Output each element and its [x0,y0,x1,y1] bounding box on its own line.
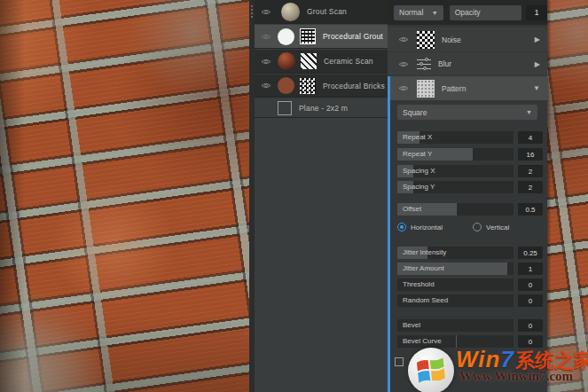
layer-color-swatch [278,28,294,45]
layer-row-plane[interactable]: Plane - 2x2 m [255,98,388,118]
slider-row-threshold: Threshold 0 [388,278,547,291]
slider-row-spacing-x: Spacing X 2 [388,165,547,177]
blend-mode-value: Normal [399,8,423,17]
filter-row-noise[interactable]: Noise ▶ [388,27,547,51]
slider-row-random-seed: Random Seed 0 [388,294,547,307]
material-sphere-thumbnail [281,3,300,21]
chevron-down-icon: ▼ [526,109,532,115]
bevel-curve-value[interactable]: 0 [518,335,543,348]
pattern-thumbnail [417,80,435,98]
bevel-slider[interactable]: Bevel [397,319,514,332]
layer-color-swatch [278,77,294,94]
properties-panel: Normal ▼ Opacity 1 Noise ▶ [388,0,547,392]
bevel-value[interactable]: 0 [518,319,543,332]
jitter-intensity-slider[interactable]: Jitter Intensity [397,247,514,259]
random-seed-value[interactable]: 0 [518,294,543,307]
jitter-amount-value[interactable]: 1 [518,263,543,275]
option-checkbox-row [395,357,404,366]
material-sphere-thumbnail [278,52,295,70]
vertical-label: Vertical [486,223,509,231]
layer-label: Ceramic Scan [324,57,373,66]
viewport-3d-right[interactable] [547,0,588,392]
pattern-thumbnail [301,53,317,69]
spacing-y-value[interactable]: 2 [518,181,543,193]
repeat-y-value[interactable]: 16 [518,148,543,161]
pattern-thumbnail [300,28,316,44]
layer-row-ceramic-scan[interactable]: Ceramic Scan [255,50,388,74]
repeat-y-slider[interactable]: Repeat Y [397,148,514,161]
pattern-shape-dropdown[interactable]: Square ▼ [397,105,537,120]
repeat-x-value[interactable]: 4 [518,131,543,144]
opacity-value-field[interactable]: 1 [526,5,547,20]
offset-slider[interactable]: Offset [397,203,514,216]
spacing-y-slider[interactable]: Spacing Y [397,181,514,193]
chevron-down-icon[interactable]: ▼ [533,84,540,92]
opacity-label: Opacity [455,8,481,17]
horizontal-label: Horizontal [411,223,443,231]
slider-center-notch [456,335,457,348]
app-window: Grout Scan Procedural Grout Ceramic [0,0,588,392]
threshold-value[interactable]: 0 [518,278,543,291]
visibility-eye-icon[interactable] [258,8,274,16]
horizontal-radio[interactable] [397,223,406,231]
slider-row-jitter-amount: Jitter Amount 1 [388,263,547,275]
layer-row-procedural-grout[interactable]: Procedural Grout [255,25,388,49]
chevron-right-icon[interactable]: ▶ [535,35,540,43]
slider-row-offset: Offset 0.5 [388,203,547,216]
opacity-slider[interactable]: Opacity [450,5,522,20]
filter-row-pattern[interactable]: Pattern ▼ [388,76,547,100]
slider-row-spacing-y: Spacing Y 2 [388,181,547,193]
filter-label: Noise [442,35,461,44]
filter-row-blur[interactable]: Blur ▶ [388,52,547,75]
viewport-shading-right [547,0,588,392]
offset-value[interactable]: 0.5 [518,203,543,216]
visibility-eye-icon[interactable] [396,60,412,68]
slider-center-notch [456,203,457,216]
noise-thumbnail [417,31,435,49]
layer-label: Plane - 2x2 m [299,104,348,113]
shape-value: Square [403,108,427,117]
viewport-3d[interactable] [0,0,249,392]
plane-icon [278,101,292,115]
random-seed-slider[interactable]: Random Seed [397,294,514,307]
layer-label: Procedural Bricks [323,82,385,90]
bevel-curve-slider[interactable]: Bevel Curve [397,335,514,348]
chevron-right-icon[interactable]: ▶ [535,60,540,68]
spacing-x-slider[interactable]: Spacing X [397,165,514,177]
pattern-thumbnail [300,78,316,94]
layers-panel: Grout Scan Procedural Grout Ceramic [249,0,388,392]
visibility-eye-icon[interactable] [258,33,274,41]
spacing-x-value[interactable]: 2 [518,165,543,177]
visibility-eye-icon[interactable] [396,84,412,92]
repeat-x-slider[interactable]: Repeat X [397,131,514,144]
slider-row-repeat-x: Repeat X 4 [388,131,547,144]
drag-dots-icon [251,5,253,18]
slider-row-bevel: Bevel 0 [388,319,547,332]
slider-row-jitter-intensity: Jitter Intensity 0.25 [388,247,547,259]
visibility-eye-icon[interactable] [258,82,274,90]
jitter-amount-slider[interactable]: Jitter Amount [397,263,514,275]
filter-label: Pattern [442,84,466,93]
chevron-down-icon: ▼ [432,10,438,16]
option-checkbox[interactable] [395,357,404,366]
slider-row-repeat-y: Repeat Y 16 [388,148,547,161]
orientation-radio-group: Horizontal Vertical [397,222,539,232]
visibility-eye-icon[interactable] [258,58,274,66]
sliders-icon [417,58,431,70]
blend-mode-dropdown[interactable]: Normal ▼ [394,5,443,20]
viewport-shading [0,0,249,392]
slider-row-bevel-curve: Bevel Curve 0 [388,335,547,348]
layer-label: Procedural Grout [323,32,383,41]
threshold-slider[interactable]: Threshold [397,278,514,291]
layer-label: Grout Scan [307,7,347,16]
layer-header-bar: Normal ▼ Opacity 1 [388,0,547,25]
filter-label: Blur [438,59,451,68]
jitter-intensity-value[interactable]: 0.25 [518,247,543,259]
layer-row-grout-scan[interactable]: Grout Scan [255,0,388,24]
visibility-eye-icon[interactable] [396,35,412,43]
vertical-radio[interactable] [473,223,482,231]
layer-row-procedural-bricks[interactable]: Procedural Bricks [255,74,388,98]
